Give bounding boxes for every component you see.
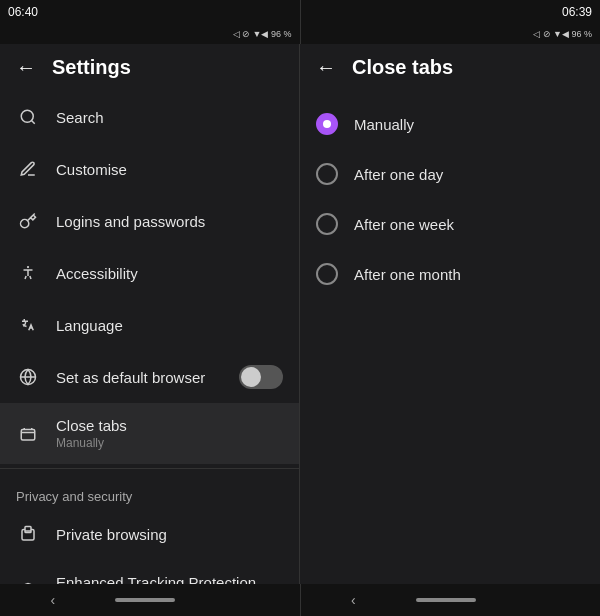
option-one-day[interactable]: After one day bbox=[300, 149, 600, 199]
close-tabs-content: Close tabs Manually bbox=[56, 417, 283, 450]
logins-content: Logins and passwords bbox=[56, 213, 283, 230]
svg-line-1 bbox=[31, 120, 34, 123]
right-time: 06:39 bbox=[562, 5, 592, 19]
radio-manually-inner bbox=[323, 120, 331, 128]
option-one-month[interactable]: After one month bbox=[300, 249, 600, 299]
private-browsing-content: Private browsing bbox=[56, 526, 283, 543]
close-tabs-back-button[interactable]: ← bbox=[316, 56, 336, 79]
customise-icon bbox=[16, 157, 40, 181]
search-content: Search bbox=[56, 109, 283, 126]
accessibility-content: Accessibility bbox=[56, 265, 283, 282]
private-browsing-label: Private browsing bbox=[56, 526, 283, 543]
settings-back-button[interactable]: ← bbox=[16, 56, 36, 79]
settings-item-language[interactable]: Language bbox=[0, 299, 299, 351]
option-one-month-label: After one month bbox=[354, 266, 461, 283]
customise-label: Customise bbox=[56, 161, 283, 178]
radio-one-day bbox=[316, 163, 338, 185]
right-nav-bar bbox=[416, 598, 476, 602]
close-tabs-sublabel: Manually bbox=[56, 436, 283, 450]
language-icon bbox=[16, 313, 40, 337]
settings-item-default-browser[interactable]: Set as default browser bbox=[0, 351, 299, 403]
left-status-icons: ◁ ⊘ ▼◀ 96 % bbox=[233, 29, 292, 39]
settings-item-tracking[interactable]: Enhanced Tracking Protection On bbox=[0, 560, 299, 584]
option-one-week[interactable]: After one week bbox=[300, 199, 600, 249]
language-content: Language bbox=[56, 317, 283, 334]
option-one-day-label: After one day bbox=[354, 166, 443, 183]
settings-item-customise[interactable]: Customise bbox=[0, 143, 299, 195]
svg-rect-5 bbox=[21, 429, 35, 440]
toggle-knob bbox=[241, 367, 261, 387]
accessibility-label: Accessibility bbox=[56, 265, 283, 282]
search-label: Search bbox=[56, 109, 283, 126]
close-tabs-panel: ← Close tabs Manually After one day Afte… bbox=[300, 44, 600, 584]
right-back-btn[interactable]: ‹ bbox=[351, 592, 356, 608]
privacy-section-header: Privacy and security bbox=[0, 473, 299, 508]
settings-item-search[interactable]: Search bbox=[0, 91, 299, 143]
svg-point-0 bbox=[21, 110, 33, 122]
option-manually[interactable]: Manually bbox=[300, 99, 600, 149]
logins-label: Logins and passwords bbox=[56, 213, 283, 230]
settings-item-close-tabs[interactable]: Close tabs Manually bbox=[0, 403, 299, 464]
settings-list: Search Customise bbox=[0, 91, 299, 584]
settings-item-logins[interactable]: Logins and passwords bbox=[0, 195, 299, 247]
radio-one-month bbox=[316, 263, 338, 285]
default-browser-label: Set as default browser bbox=[56, 369, 223, 386]
status-bars: 06:40 06:39 bbox=[0, 0, 600, 24]
default-browser-content: Set as default browser bbox=[56, 369, 223, 386]
language-label: Language bbox=[56, 317, 283, 334]
left-nav-bar bbox=[115, 598, 175, 602]
left-status-bar: 06:40 bbox=[0, 0, 300, 24]
left-bottom-nav: ‹ bbox=[0, 584, 300, 616]
customise-content: Customise bbox=[56, 161, 283, 178]
option-one-week-label: After one week bbox=[354, 216, 454, 233]
close-tabs-title: Close tabs bbox=[352, 56, 453, 79]
right-status-bar: 06:39 bbox=[301, 0, 601, 24]
close-tabs-options: Manually After one day After one week Af… bbox=[300, 91, 600, 584]
private-icon bbox=[16, 522, 40, 546]
accessibility-icon bbox=[16, 261, 40, 285]
settings-header: ← Settings bbox=[0, 44, 299, 91]
option-manually-label: Manually bbox=[354, 116, 414, 133]
settings-panel: ← Settings Search bbox=[0, 44, 300, 584]
main-panels: ← Settings Search bbox=[0, 44, 600, 584]
close-tabs-header: ← Close tabs bbox=[300, 44, 600, 91]
search-icon bbox=[16, 105, 40, 129]
tracking-label: Enhanced Tracking Protection bbox=[56, 574, 283, 584]
radio-manually bbox=[316, 113, 338, 135]
svg-point-2 bbox=[27, 266, 29, 268]
left-time: 06:40 bbox=[8, 5, 38, 19]
settings-item-accessibility[interactable]: Accessibility bbox=[0, 247, 299, 299]
right-bottom-nav: ‹ bbox=[301, 584, 601, 616]
tracking-content: Enhanced Tracking Protection On bbox=[56, 574, 283, 584]
right-status-icons: ◁ ⊘ ▼◀ 96 % bbox=[533, 29, 592, 39]
globe-icon bbox=[16, 365, 40, 389]
default-browser-toggle[interactable] bbox=[239, 365, 283, 389]
bottom-nav: ‹ ‹ bbox=[0, 584, 600, 616]
settings-title: Settings bbox=[52, 56, 131, 79]
section-divider bbox=[0, 468, 299, 469]
tabs-icon bbox=[16, 422, 40, 446]
settings-item-private-browsing[interactable]: Private browsing bbox=[0, 508, 299, 560]
key-icon bbox=[16, 209, 40, 233]
radio-one-week bbox=[316, 213, 338, 235]
left-back-btn[interactable]: ‹ bbox=[50, 592, 55, 608]
close-tabs-label: Close tabs bbox=[56, 417, 283, 434]
shield-icon bbox=[16, 579, 40, 585]
